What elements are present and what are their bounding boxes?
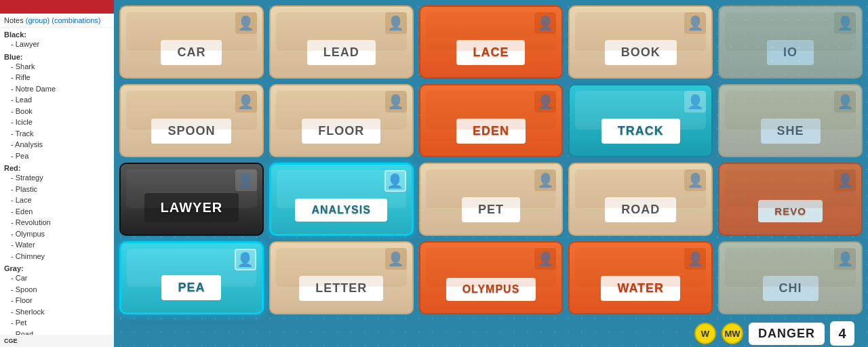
red-item-eden: - Eden [4, 206, 110, 218]
card-pea[interactable]: 👤 PEA [119, 241, 264, 314]
combinations-link[interactable]: (combinations) [52, 16, 100, 24]
card-lawyer-label: LAWYER [155, 197, 229, 218]
card-water-corner: 👤 [684, 248, 706, 270]
sidebar-notes[interactable]: Notes (group) (combinations) [0, 14, 114, 28]
card-olympus[interactable]: 👤 OLYMPUS [419, 241, 564, 314]
card-chi-label: CHI [774, 279, 808, 298]
red-item-lace: - Lace [4, 195, 110, 206]
card-olympus-label: OLYMPUS [457, 281, 526, 298]
black-item-lawyer: - Lawyer [4, 39, 110, 50]
card-letter-label: LETTER [310, 279, 372, 298]
card-lead-label: LEAD [318, 43, 365, 62]
blue-item-rifle: - Rifle [4, 72, 110, 83]
card-lace-label: LACE [467, 43, 514, 62]
card-revo-label: REVO [769, 203, 812, 220]
card-track[interactable]: 👤 TRACK [568, 84, 713, 157]
card-track-strip: TRACK [601, 119, 680, 144]
card-road[interactable]: 👤 ROAD [568, 163, 713, 236]
card-spoon-corner: 👤 [235, 91, 257, 113]
sidebar: Notes (group) (combinations) Black: - La… [0, 0, 114, 347]
card-eden-corner: 👤 [534, 91, 556, 113]
card-book[interactable]: 👤 BOOK [568, 5, 713, 79]
card-track-corner: 👤 [684, 91, 706, 113]
card-lead[interactable]: 👤 LEAD [269, 5, 414, 79]
card-spoon[interactable]: 👤 SPOON [119, 84, 264, 157]
card-chi[interactable]: 👤 CHI [718, 241, 863, 314]
sidebar-footer: CGE [0, 335, 114, 347]
card-she[interactable]: 👤 SHE [718, 84, 863, 157]
card-eden-label: EDEN [467, 121, 515, 141]
card-analysis-corner: 👤 [384, 170, 406, 192]
card-pea-corner: 👤 [235, 249, 256, 270]
card-letter[interactable]: 👤 LETTER [269, 241, 414, 314]
token-w-label: W [701, 329, 709, 339]
card-io-corner: 👤 [834, 12, 856, 34]
red-item-olympus: - Olympus [4, 228, 110, 240]
card-olympus-corner: 👤 [534, 248, 556, 270]
red-group-title: Red: [4, 164, 110, 172]
danger-text: DANGER [758, 327, 815, 340]
card-she-corner: 👤 [834, 91, 856, 113]
group-link[interactable]: (group) [26, 16, 50, 24]
card-chi-corner: 👤 [834, 248, 856, 270]
card-revo-corner: 👤 [834, 169, 856, 191]
card-analysis-label: ANALYSIS [306, 201, 376, 219]
danger-label: DANGER [749, 323, 825, 345]
card-road-label: ROAD [616, 200, 665, 220]
card-spoon-strip: SPOON [151, 119, 231, 144]
card-lawyer-corner: 👤 [235, 169, 257, 191]
token-mw[interactable]: MW [722, 323, 743, 344]
token-mw-label: MW [724, 329, 740, 339]
blue-item-icicle: - Icicle [4, 117, 110, 128]
gray-item-pet: - Pet [4, 317, 110, 329]
card-water-strip: WATER [601, 276, 680, 301]
red-item-revolution: - Revolution [4, 217, 110, 228]
sidebar-content: Black: - Lawyer Blue: - Shark - Rifle - … [0, 28, 114, 335]
card-pet-corner: 👤 [534, 169, 556, 191]
red-item-plastic: - Plastic [4, 184, 110, 195]
card-grid: 👤 CAR 👤 LEAD 👤 LACE 👤 BOOK [114, 0, 868, 320]
gray-item-floor: - Floor [4, 295, 110, 306]
blue-item-analysis: - Analysis [4, 139, 110, 150]
card-analysis[interactable]: 👤 ANALYSIS [269, 163, 414, 236]
card-io-label: IO [778, 43, 803, 62]
sidebar-group-red: Red: - Strategy - Plastic - Lace - Eden … [4, 164, 110, 262]
black-group-title: Black: [4, 30, 110, 39]
card-track-label: TRACK [612, 121, 669, 141]
sidebar-header [0, 0, 114, 14]
card-road-corner: 👤 [684, 169, 706, 191]
blue-item-book: - Book [4, 106, 110, 117]
gray-item-sherlock: - Sherlock [4, 306, 110, 318]
count-label: 4 [830, 321, 854, 346]
cge-logo: CGE [4, 338, 18, 344]
blue-item-pea: - Pea [4, 150, 110, 162]
red-item-chimney: - Chimney [4, 251, 110, 262]
blue-item-notredame: - Notre Dame [4, 83, 110, 95]
card-pet-label: PET [473, 200, 509, 220]
card-car-label: CAR [172, 43, 211, 62]
blue-item-shark: - Shark [4, 61, 110, 73]
card-floor[interactable]: 👤 FLOOR [269, 84, 414, 157]
card-eden[interactable]: 👤 EDEN [419, 84, 564, 157]
card-letter-corner: 👤 [385, 248, 407, 270]
card-lace-corner: 👤 [534, 12, 556, 34]
blue-item-lead: - Lead [4, 94, 110, 106]
card-car-corner: 👤 [235, 12, 257, 34]
card-water-label: WATER [612, 279, 669, 298]
card-water[interactable]: 👤 WATER [568, 241, 713, 314]
gray-group-title: Gray: [4, 264, 110, 272]
card-io[interactable]: 👤 IO [718, 5, 863, 79]
token-w[interactable]: W [694, 323, 716, 344]
card-pet[interactable]: 👤 PET [419, 163, 564, 236]
card-pea-label: PEA [172, 278, 210, 298]
status-bar: W MW DANGER 4 [114, 320, 868, 347]
red-item-water: - Water [4, 239, 110, 251]
card-lace[interactable]: 👤 LACE [419, 5, 564, 79]
card-revo[interactable]: 👤 REVO [718, 163, 863, 236]
card-lead-corner: 👤 [385, 12, 407, 34]
sidebar-group-black: Black: - Lawyer [4, 30, 110, 50]
card-car[interactable]: 👤 CAR [119, 5, 264, 79]
card-analysis-strip: ANALYSIS [295, 199, 387, 222]
card-floor-corner: 👤 [385, 91, 407, 113]
card-lawyer[interactable]: 👤 LAWYER [119, 163, 264, 236]
